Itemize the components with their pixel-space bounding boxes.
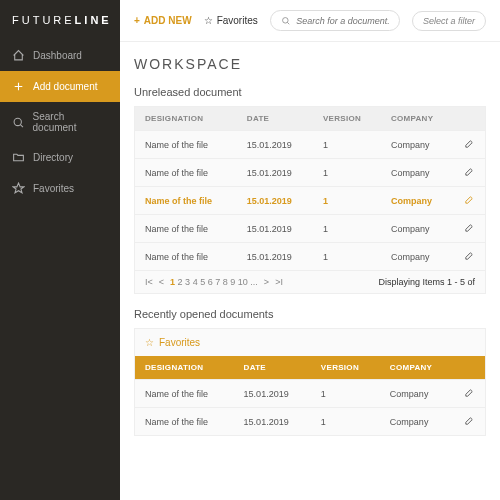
pager-page[interactable]: 7 <box>215 277 220 287</box>
home-icon <box>12 49 25 62</box>
cell-date: 15.01.2019 <box>237 187 313 215</box>
sidebar-item-dashboard[interactable]: Dashboard <box>0 40 120 71</box>
pager-prev-icon[interactable]: < <box>159 277 164 287</box>
plus-icon <box>12 80 25 93</box>
edit-icon[interactable] <box>464 222 475 233</box>
sidebar: FUTURELINE Dashboard Add document Search… <box>0 0 120 500</box>
cell-company: Company <box>381 215 454 243</box>
cell-name: Name of the file <box>135 159 237 187</box>
favorites-link[interactable]: ☆ Favorites <box>204 15 258 26</box>
table-row[interactable]: Name of the file 15.01.2019 1 Company <box>135 215 485 243</box>
pager-page[interactable]: 8 <box>223 277 228 287</box>
sidebar-item-search-document[interactable]: Search document <box>0 102 120 142</box>
brand-logo: FUTURELINE <box>0 0 120 40</box>
main: + ADD NEW ☆ Favorites Select a filter WO… <box>120 0 500 500</box>
section-title-unreleased: Unreleased document <box>134 86 486 98</box>
table-row[interactable]: Name of the file 15.01.2019 1 Company <box>135 243 485 271</box>
favorites-header: ☆ Favorites <box>135 329 485 356</box>
cell-date: 15.01.2019 <box>237 131 313 159</box>
cell-name: Name of the file <box>135 380 234 408</box>
cell-date: 15.01.2019 <box>237 159 313 187</box>
svg-point-0 <box>14 118 21 125</box>
pager-page[interactable]: 3 <box>185 277 190 287</box>
recent-panel: ☆ Favorites DESIGNATION DATE VERSION COM… <box>134 328 486 436</box>
cell-date: 15.01.2019 <box>237 215 313 243</box>
cell-date: 15.01.2019 <box>234 380 311 408</box>
cell-company: Company <box>381 131 454 159</box>
sidebar-item-label: Favorites <box>33 183 74 194</box>
edit-icon[interactable] <box>464 387 475 398</box>
edit-icon[interactable] <box>464 194 475 205</box>
plus-icon: + <box>134 15 140 26</box>
pager-page[interactable]: ... <box>250 277 258 287</box>
cell-date: 15.01.2019 <box>234 408 311 436</box>
edit-icon[interactable] <box>464 138 475 149</box>
col-version[interactable]: VERSION <box>311 356 380 380</box>
cell-name: Name of the file <box>135 243 237 271</box>
cell-company: Company <box>381 159 454 187</box>
col-version[interactable]: VERSION <box>313 107 381 131</box>
cell-version: 1 <box>313 131 381 159</box>
cell-date: 15.01.2019 <box>237 243 313 271</box>
unreleased-table: DESIGNATION DATE VERSION COMPANY Name of… <box>135 107 485 270</box>
col-company[interactable]: COMPANY <box>380 356 454 380</box>
cell-company: Company <box>380 408 454 436</box>
pager-page[interactable]: 10 <box>238 277 248 287</box>
cell-version: 1 <box>313 243 381 271</box>
cell-company: Company <box>380 380 454 408</box>
section-title-recent: Recently opened documents <box>134 308 486 320</box>
pager-page[interactable]: 6 <box>208 277 213 287</box>
folder-icon <box>12 151 25 164</box>
table-row[interactable]: Name of the file 15.01.2019 1 Company <box>135 408 485 436</box>
cell-company: Company <box>381 187 454 215</box>
star-icon <box>12 182 25 195</box>
recent-table: DESIGNATION DATE VERSION COMPANY Name of… <box>135 356 485 435</box>
edit-icon[interactable] <box>464 415 475 426</box>
sidebar-item-directory[interactable]: Directory <box>0 142 120 173</box>
pager-page[interactable]: 9 <box>230 277 235 287</box>
cell-version: 1 <box>313 215 381 243</box>
table-row[interactable]: Name of the file 15.01.2019 1 Company <box>135 380 485 408</box>
sidebar-item-label: Add document <box>33 81 98 92</box>
table-row[interactable]: Name of the file 15.01.2019 1 Company <box>135 131 485 159</box>
search-icon <box>281 15 290 26</box>
cell-version: 1 <box>311 380 380 408</box>
filter-select[interactable]: Select a filter <box>412 11 486 31</box>
sidebar-item-label: Directory <box>33 152 73 163</box>
edit-icon[interactable] <box>464 166 475 177</box>
search-box[interactable] <box>270 10 400 31</box>
sidebar-item-label: Dashboard <box>33 50 82 61</box>
col-designation[interactable]: DESIGNATION <box>135 107 237 131</box>
pager-page[interactable]: 5 <box>200 277 205 287</box>
add-new-button[interactable]: + ADD NEW <box>134 15 192 26</box>
cell-name: Name of the file <box>135 131 237 159</box>
edit-icon[interactable] <box>464 250 475 261</box>
pager-next-icon[interactable]: > <box>264 277 269 287</box>
col-date[interactable]: DATE <box>237 107 313 131</box>
col-company[interactable]: COMPANY <box>381 107 454 131</box>
unreleased-panel: DESIGNATION DATE VERSION COMPANY Name of… <box>134 106 486 294</box>
sidebar-item-favorites[interactable]: Favorites <box>0 173 120 204</box>
table-row[interactable]: Name of the file 15.01.2019 1 Company <box>135 159 485 187</box>
page-title: WORKSPACE <box>134 56 486 72</box>
cell-version: 1 <box>313 159 381 187</box>
sidebar-item-label: Search document <box>33 111 108 133</box>
pager-page[interactable]: 1 <box>170 277 175 287</box>
cell-name: Name of the file <box>135 187 237 215</box>
pager-controls: I< < 1 2 3 4 5 6 7 8 9 10 ... > >I <box>145 277 283 287</box>
star-icon: ☆ <box>145 337 154 348</box>
topbar: + ADD NEW ☆ Favorites Select a filter <box>120 0 500 42</box>
search-icon <box>12 116 25 129</box>
col-date[interactable]: DATE <box>234 356 311 380</box>
col-designation[interactable]: DESIGNATION <box>135 356 234 380</box>
svg-point-1 <box>282 17 288 23</box>
cell-name: Name of the file <box>135 215 237 243</box>
pager-page[interactable]: 4 <box>193 277 198 287</box>
search-input[interactable] <box>296 16 389 26</box>
pager-page[interactable]: 2 <box>178 277 183 287</box>
pager-last-icon[interactable]: >I <box>275 277 283 287</box>
sidebar-item-add-document[interactable]: Add document <box>0 71 120 102</box>
table-row[interactable]: Name of the file 15.01.2019 1 Company <box>135 187 485 215</box>
cell-version: 1 <box>313 187 381 215</box>
pager-first-icon[interactable]: I< <box>145 277 153 287</box>
